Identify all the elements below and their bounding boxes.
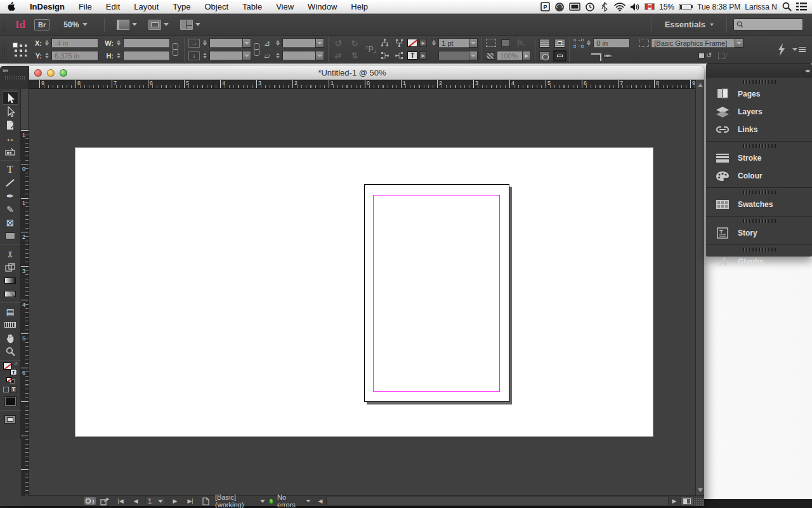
scale-x-combo[interactable] xyxy=(209,38,251,48)
menu-table[interactable]: Table xyxy=(235,0,269,13)
dock-header[interactable]: ◂◂ xyxy=(706,64,812,77)
zoom-level-dropdown[interactable]: 50% xyxy=(63,20,88,29)
width-field[interactable] xyxy=(123,38,170,48)
scroll-right-arrow[interactable]: ▶ xyxy=(669,497,680,505)
panel-swatches[interactable]: Swatches xyxy=(706,196,812,213)
corner-options-icon[interactable] xyxy=(486,39,496,47)
export-share-button[interactable] xyxy=(100,497,111,505)
object-style-combo[interactable]: [Basic Graphics Frame] xyxy=(651,38,743,48)
collapse-dock-icon[interactable]: ◂◂ xyxy=(805,67,808,74)
scroll-left-arrow[interactable]: ◀ xyxy=(315,497,326,505)
dock-group-grip[interactable] xyxy=(743,190,776,194)
bluetooth-icon[interactable] xyxy=(599,1,610,13)
dock-group-grip[interactable] xyxy=(743,144,776,148)
menu-layout[interactable]: Layout xyxy=(127,0,166,13)
screen-mode-dropdown[interactable] xyxy=(148,20,169,30)
display-icon[interactable] xyxy=(569,1,580,13)
zoom-tool[interactable] xyxy=(2,345,18,358)
direct-selection-tool[interactable] xyxy=(2,105,18,118)
eyedropper-measure-tool[interactable] xyxy=(2,318,18,331)
reference-point-proxy[interactable] xyxy=(13,43,27,57)
width-stepper[interactable] xyxy=(115,39,121,48)
height-stepper[interactable] xyxy=(115,51,121,60)
spotlight-icon[interactable] xyxy=(782,1,792,13)
wrap-around-object-shape-button[interactable] xyxy=(539,51,550,60)
constrain-scale-link-icon[interactable] xyxy=(252,43,260,57)
y-stepper[interactable] xyxy=(44,51,49,60)
stroke-weight-stepper[interactable] xyxy=(431,39,436,48)
creative-cloud-icon[interactable] xyxy=(554,1,565,13)
wifi-icon[interactable] xyxy=(614,1,625,13)
formatting-affects-container-button[interactable] xyxy=(3,387,9,392)
flip-horizontal-button[interactable]: ⇄ xyxy=(332,51,344,61)
scale-x-stepper[interactable] xyxy=(202,39,207,48)
preflight-alert-button[interactable]: ! xyxy=(84,497,96,505)
height-field[interactable] xyxy=(123,51,170,60)
scroll-up-arrow[interactable] xyxy=(698,83,703,87)
corner-radius-field[interactable]: 0 in xyxy=(593,38,630,48)
flip-vertical-button[interactable]: ⇅ xyxy=(349,51,360,61)
shear-stepper[interactable] xyxy=(275,51,280,60)
gap-tool[interactable]: ↔ xyxy=(2,131,18,145)
fill-color-flyout[interactable]: ▶ xyxy=(419,51,427,60)
menu-help[interactable]: Help xyxy=(344,0,375,13)
parallels-icon[interactable]: P xyxy=(540,1,550,13)
input-language-flag-canada[interactable]: ✱ xyxy=(645,3,655,10)
hand-tool[interactable] xyxy=(2,331,18,345)
frame-tool[interactable]: ⊠ xyxy=(2,216,18,229)
canvas[interactable] xyxy=(29,89,695,495)
time-machine-icon[interactable] xyxy=(585,1,595,13)
search-input[interactable] xyxy=(733,18,803,30)
rotate-cw-button[interactable]: ↻ xyxy=(349,38,360,48)
wrap-around-bounding-box-button[interactable] xyxy=(554,39,565,48)
scale-y-stepper[interactable] xyxy=(202,51,207,60)
volume-icon[interactable] xyxy=(630,1,640,13)
menu-clock[interactable]: Tue 8:38 PM xyxy=(697,3,740,11)
rotation-stepper[interactable] xyxy=(275,39,280,48)
arrange-documents-dropdown[interactable] xyxy=(180,20,200,30)
bridge-button[interactable]: Br xyxy=(34,19,49,30)
corner-radius-stepper[interactable] xyxy=(586,39,591,48)
free-transform-tool[interactable] xyxy=(2,260,18,274)
no-text-wrap-button[interactable] xyxy=(539,39,550,48)
window-title-bar[interactable]: *Untitled-1 @ 50% xyxy=(0,66,704,80)
notification-center-icon[interactable] xyxy=(796,1,807,13)
content-collector-tool[interactable] xyxy=(2,145,18,158)
pasteboard[interactable] xyxy=(75,147,653,437)
x-field[interactable]: -4 in xyxy=(51,38,98,48)
menu-view[interactable]: View xyxy=(269,0,301,13)
swap-colors-icon[interactable]: ⇄ xyxy=(14,361,18,366)
jump-object-button[interactable] xyxy=(554,51,565,60)
pencil-tool[interactable]: ✎ xyxy=(2,203,18,216)
default-fill-stroke-button[interactable] xyxy=(2,375,18,384)
corner-shape-combo[interactable] xyxy=(603,54,612,58)
constrain-dimensions-link-icon[interactable] xyxy=(171,43,179,57)
clear-overrides-button[interactable]: ↺ xyxy=(698,51,712,61)
selection-tool[interactable] xyxy=(2,91,18,105)
panel-pages[interactable]: Pages xyxy=(706,85,812,103)
panel-menu-button[interactable] xyxy=(792,47,806,52)
break-link-to-style-button[interactable]: ⁄ xyxy=(717,51,728,61)
horizontal-scrollbar[interactable]: ◀ ▶ xyxy=(315,496,704,507)
minimize-button[interactable] xyxy=(47,69,55,77)
stroke-weight-combo[interactable]: 1 pt xyxy=(438,38,478,48)
select-next-object-button[interactable] xyxy=(395,39,403,47)
menu-edit[interactable]: Edit xyxy=(99,0,127,13)
page-tool[interactable] xyxy=(2,118,18,131)
drop-shadow-button[interactable] xyxy=(501,39,510,47)
page-number-combo[interactable]: 1 xyxy=(145,497,166,505)
vertical-scrollbar[interactable] xyxy=(695,80,704,495)
rectangle-tool[interactable] xyxy=(2,229,18,243)
user-menu[interactable]: Larissa N xyxy=(745,3,777,11)
last-page-button[interactable]: ▶| xyxy=(185,497,196,505)
x-stepper[interactable] xyxy=(44,39,49,48)
select-content-button[interactable]: ⌜P⌟ xyxy=(365,45,376,54)
pen-tool[interactable]: ✒ xyxy=(2,189,18,203)
dock-group-grip[interactable] xyxy=(743,80,776,84)
menu-object[interactable]: Object xyxy=(198,0,236,13)
rotate-ccw-button[interactable]: ↺ xyxy=(332,38,344,48)
scale-y-combo[interactable] xyxy=(209,51,251,60)
gradient-swatch-tool[interactable] xyxy=(2,274,18,287)
quick-apply-icon[interactable] xyxy=(777,43,786,56)
zoom-window-button[interactable] xyxy=(60,69,67,77)
